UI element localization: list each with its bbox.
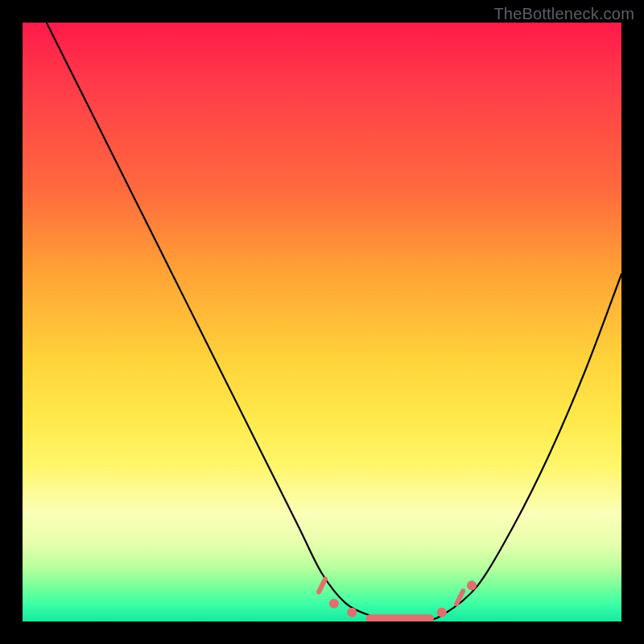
watermark-text: TheBottleneck.com <box>493 5 634 23</box>
curve-markers <box>319 579 477 618</box>
plot-area <box>23 23 621 621</box>
curve-marker-dot <box>437 608 447 617</box>
curve-layer <box>23 23 621 621</box>
chart-frame: TheBottleneck.com <box>0 0 644 644</box>
curve-marker-dot <box>329 599 339 609</box>
curve-marker-tick <box>319 579 325 592</box>
bottleneck-curve <box>47 23 621 621</box>
curve-marker-dot <box>347 608 357 617</box>
curve-marker-dot <box>467 580 477 590</box>
